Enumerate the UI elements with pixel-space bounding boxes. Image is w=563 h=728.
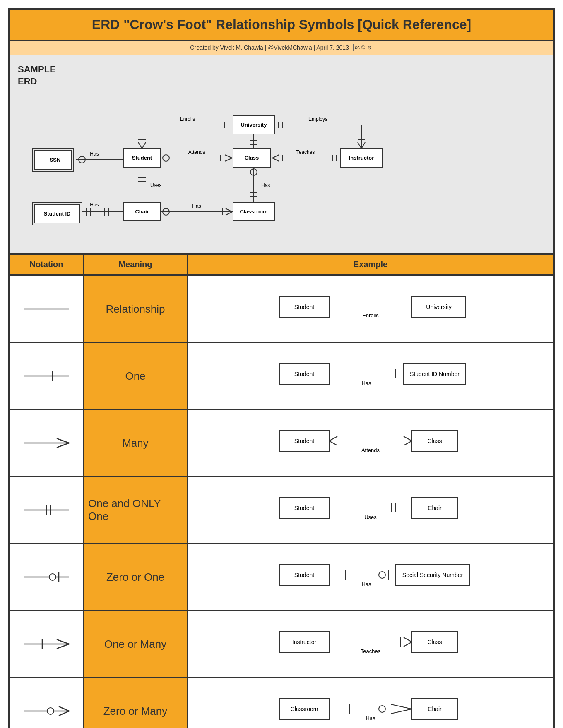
svg-text:Chair: Chair	[428, 505, 442, 511]
notation-cell	[10, 678, 84, 728]
svg-line-52	[138, 142, 142, 148]
svg-line-42	[226, 208, 232, 212]
svg-text:SSN: SSN	[50, 157, 61, 163]
svg-text:Has: Has	[361, 581, 371, 587]
svg-line-136	[57, 639, 69, 644]
svg-text:Uses: Uses	[364, 514, 377, 520]
page-title: ERD "Crow's Foot" Relationship Symbols […	[92, 17, 471, 32]
svg-text:Social Security Number: Social Security Number	[402, 572, 463, 578]
meaning-label: Relationship	[106, 303, 165, 316]
notation-cell	[10, 611, 84, 677]
erd-diagram: SSN Student ID Student Chair University …	[10, 55, 531, 237]
meaning-label: One	[125, 370, 145, 383]
credit-text: Created by Vivek M. Chawla | @VivekMChaw…	[190, 44, 349, 51]
table-row: Relationship Student University Enrolls	[10, 275, 553, 342]
svg-text:Class: Class	[245, 155, 259, 161]
svg-text:Attends: Attends	[361, 447, 380, 453]
svg-point-131	[379, 572, 385, 578]
svg-text:Has: Has	[361, 380, 371, 386]
many-symbol	[19, 433, 73, 453]
svg-text:Instructor: Instructor	[292, 639, 317, 645]
meaning-label: Zero or One	[106, 571, 164, 584]
svg-text:Instructor: Instructor	[349, 155, 374, 161]
example-cell: Instructor Class Teaches	[188, 611, 553, 677]
svg-text:Attends: Attends	[188, 149, 205, 155]
table-row: One and ONLY One Student Chair Uses	[10, 476, 553, 543]
svg-point-158	[379, 706, 385, 712]
meaning-cell: Zero or Many	[84, 678, 188, 728]
example-cell: Student Class Attends	[188, 410, 553, 476]
svg-line-69	[272, 158, 279, 161]
relationship-symbol	[19, 299, 73, 319]
svg-line-97	[57, 438, 69, 443]
svg-text:Uses: Uses	[150, 182, 161, 188]
table-row: Many Student Class Attends	[10, 409, 553, 476]
svg-text:Has: Has	[90, 151, 99, 157]
meaning-label: One and ONLY One	[88, 497, 183, 523]
svg-text:Enrolls: Enrolls	[180, 116, 195, 122]
zero-many-symbol	[19, 701, 73, 721]
svg-line-43	[226, 212, 232, 215]
svg-text:Has: Has	[366, 715, 375, 721]
svg-line-145	[404, 642, 412, 647]
svg-line-36	[225, 158, 232, 161]
meaning-cell: One	[84, 343, 188, 409]
svg-text:Has: Has	[90, 202, 99, 208]
svg-text:Teaches: Teaches	[296, 149, 315, 155]
svg-text:Enrolls: Enrolls	[362, 312, 379, 318]
svg-text:Student: Student	[294, 505, 314, 511]
svg-line-160	[391, 709, 412, 714]
meaning-label: Many	[122, 437, 149, 450]
svg-line-68	[272, 155, 279, 158]
svg-line-137	[57, 644, 69, 649]
svg-line-53	[142, 142, 146, 148]
header-notation: Notation	[10, 255, 84, 274]
meaning-cell: Relationship	[84, 276, 188, 342]
table-row: Zero or Many Classroom Chair Has	[10, 677, 553, 728]
one-only-symbol	[19, 500, 73, 520]
notation-table: Notation Meaning Example Relationship St…	[10, 254, 553, 728]
example-diagram: Student University Enrolls	[267, 284, 474, 334]
svg-text:Student: Student	[132, 155, 152, 161]
meaning-label: One or Many	[104, 638, 166, 651]
svg-text:Classroom: Classroom	[291, 706, 318, 712]
svg-text:Student: Student	[294, 572, 314, 578]
svg-text:Has: Has	[192, 203, 201, 209]
svg-line-151	[59, 711, 69, 716]
example-diagram: Student Social Security Number Has	[267, 552, 474, 602]
example-cell: Student University Enrolls	[188, 276, 553, 342]
meaning-cell: One or Many	[84, 611, 188, 677]
svg-line-98	[57, 443, 69, 448]
one-many-symbol	[19, 634, 73, 654]
meaning-cell: Many	[84, 410, 188, 476]
svg-line-105	[329, 441, 337, 445]
svg-text:Employs: Employs	[308, 116, 327, 122]
cc-icons: cc ① ⊖	[353, 44, 373, 51]
example-diagram: Student Chair Uses	[267, 485, 474, 535]
example-diagram: Instructor Class Teaches	[267, 619, 474, 669]
zero-one-symbol	[19, 567, 73, 587]
table-row: Zero or One Student Social Security Numb…	[10, 543, 553, 610]
meaning-label: Zero or Many	[103, 705, 168, 718]
svg-text:University: University	[241, 122, 267, 128]
title-bar: ERD "Crow's Foot" Relationship Symbols […	[10, 10, 553, 41]
svg-text:Chair: Chair	[135, 208, 149, 215]
one-symbol	[19, 366, 73, 386]
svg-line-104	[329, 436, 337, 441]
svg-line-106	[404, 436, 412, 441]
notation-cell	[10, 343, 84, 409]
svg-text:Student: Student	[294, 371, 314, 377]
svg-text:Has: Has	[261, 182, 270, 188]
example-cell: Classroom Chair Has	[188, 678, 553, 728]
table-row: One or Many Instructor Class Teaches	[10, 610, 553, 677]
svg-text:Student ID: Student ID	[44, 211, 71, 217]
svg-line-64	[361, 142, 365, 148]
credit-bar: Created by Vivek M. Chawla | @VivekMChaw…	[10, 41, 553, 55]
header-example: Example	[188, 255, 553, 274]
svg-line-144	[404, 637, 412, 642]
example-cell: Student Student ID Number Has	[188, 343, 553, 409]
svg-text:Student ID Number: Student ID Number	[410, 371, 460, 377]
svg-line-107	[404, 441, 412, 445]
notation-cell	[10, 477, 84, 543]
erd-sample-area: SAMPLEERD SSN Student ID Student Chair U…	[10, 55, 553, 254]
